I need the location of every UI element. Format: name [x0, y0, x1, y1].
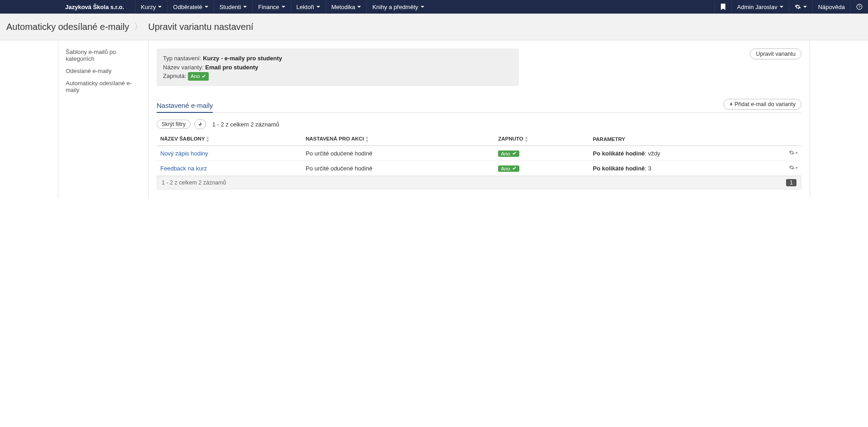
caret-down-icon: [780, 6, 783, 8]
nav-bookmark[interactable]: [715, 0, 731, 14]
page-number[interactable]: 1: [786, 179, 796, 186]
sidebar-item-templates[interactable]: Šablony e-mailů po kategoriích: [58, 46, 148, 65]
sort-icon: ▴▾: [206, 136, 209, 143]
breadcrumb-sep: 〉: [134, 20, 144, 34]
pin-icon: [197, 122, 202, 127]
edit-variant-button[interactable]: Upravit variantu: [750, 49, 801, 59]
nav-help-icon[interactable]: ?: [850, 0, 868, 14]
navbar: Jazyková Škola s.r.o. Kurzy Odběratelé S…: [0, 0, 868, 14]
action-cell: Po určité odučené hodině: [302, 146, 494, 161]
record-count-top: 1 - 2 z celkem 2 záznamů: [212, 121, 279, 128]
check-icon: [201, 75, 206, 78]
row-actions-menu[interactable]: ▾: [789, 150, 798, 155]
col-name[interactable]: NÁZEV ŠABLONY▴▾: [157, 133, 302, 146]
pin-filters-button[interactable]: [194, 119, 206, 129]
info-type-value: Kurzy - e-maily pro studenty: [203, 55, 282, 62]
col-enabled[interactable]: ZAPNUTO▴▾: [494, 133, 589, 146]
nav-odberatele[interactable]: Odběratelé: [167, 0, 213, 14]
nav-user[interactable]: Admin Jaroslav: [731, 0, 789, 14]
info-enabled-label: Zapnutá:: [163, 73, 186, 79]
caret-down-icon: [158, 6, 162, 8]
col-params: PARAMETRY: [589, 133, 783, 146]
sidebar-item-sent[interactable]: Odeslané e-maily: [58, 65, 148, 77]
main-content: Typ nastavení: Kurzy - e-maily pro stude…: [149, 40, 810, 198]
breadcrumb-current: Upravit variantu nastavení: [148, 22, 253, 32]
sidebar: Šablony e-mailů po kategoriích Odeslané …: [58, 40, 149, 198]
table-row: Nový zápis hodiny Po určité odučené hodi…: [157, 146, 801, 161]
nav-metodika[interactable]: Metodika: [326, 0, 367, 14]
nav-help[interactable]: Nápověda: [812, 0, 850, 14]
bookmark-icon: [720, 4, 726, 10]
table-row: Feedback na kurz Po určité odučené hodin…: [157, 161, 801, 176]
caret-down-icon: [205, 6, 208, 8]
info-panel: Typ nastavení: Kurzy - e-maily pro stude…: [157, 49, 519, 86]
col-action[interactable]: NASTAVENÁ PRO AKCI▴▾: [302, 133, 494, 146]
params-cell: Po kolikáté hodině: vždy: [589, 146, 783, 161]
question-circle-icon: ?: [856, 4, 863, 10]
template-link[interactable]: Nový zápis hodiny: [160, 150, 208, 157]
info-name-value: Email pro studenty: [205, 64, 258, 71]
hide-filters-button[interactable]: Skrýt filtry: [157, 120, 191, 129]
enabled-badge: Ano: [498, 150, 519, 157]
caret-down-icon: ▾: [796, 165, 798, 170]
table-footer: 1 - 2 z celkem 2 záznamů 1: [157, 176, 801, 189]
nav-lektori[interactable]: Lektoři: [291, 0, 326, 14]
emails-table: NÁZEV ŠABLONY▴▾ NASTAVENÁ PRO AKCI▴▾ ZAP…: [157, 133, 801, 176]
info-type-label: Typ nastavení:: [163, 55, 201, 62]
section-title: Nastavené e-maily: [157, 102, 213, 113]
gear-icon: [795, 4, 801, 10]
breadcrumb: Automaticky odesílané e-maily 〉 Upravit …: [6, 20, 862, 34]
sidebar-item-auto[interactable]: Automaticky odesílané e-maily: [58, 77, 148, 96]
record-count-bottom: 1 - 2 z celkem 2 záznamů: [162, 180, 226, 186]
caret-down-icon: [282, 6, 285, 8]
check-icon: [512, 152, 517, 155]
gear-icon: [789, 150, 795, 155]
breadcrumb-root[interactable]: Automaticky odesílané e-maily: [6, 22, 129, 32]
add-email-button[interactable]: + Přidat e-mail do varianty: [724, 99, 801, 110]
caret-down-icon: [243, 6, 247, 8]
nav-studenti[interactable]: Studenti: [214, 0, 253, 14]
check-icon: [512, 167, 517, 170]
svg-text:?: ?: [858, 5, 861, 9]
brand[interactable]: Jazyková Škola s.r.o.: [59, 0, 130, 14]
sort-icon: ▴▾: [525, 136, 528, 143]
caret-down-icon: [357, 6, 361, 8]
params-cell: Po kolikáté hodině: 3: [589, 161, 783, 176]
nav-kurzy[interactable]: Kurzy: [135, 0, 167, 14]
nav-settings[interactable]: [789, 0, 812, 14]
caret-down-icon: [317, 6, 320, 8]
info-name-label: Název varianty:: [163, 64, 204, 71]
plus-icon: +: [729, 101, 733, 107]
page-header: Automaticky odesílané e-maily 〉 Upravit …: [0, 14, 868, 40]
enabled-badge: Ano: [498, 165, 519, 172]
row-actions-menu[interactable]: ▾: [789, 165, 798, 170]
gear-icon: [789, 165, 795, 170]
caret-down-icon: ▾: [796, 150, 798, 155]
nav-finance[interactable]: Finance: [252, 0, 290, 14]
template-link[interactable]: Feedback na kurz: [160, 165, 207, 172]
caret-down-icon: [803, 6, 807, 8]
enabled-badge: Ano: [188, 72, 209, 81]
sort-icon: ▴▾: [366, 136, 368, 143]
caret-down-icon: [421, 6, 424, 8]
pager: 1: [786, 179, 796, 186]
nav-knihy[interactable]: Knihy a předměty: [366, 0, 429, 14]
action-cell: Po určité odučené hodině: [302, 161, 494, 176]
